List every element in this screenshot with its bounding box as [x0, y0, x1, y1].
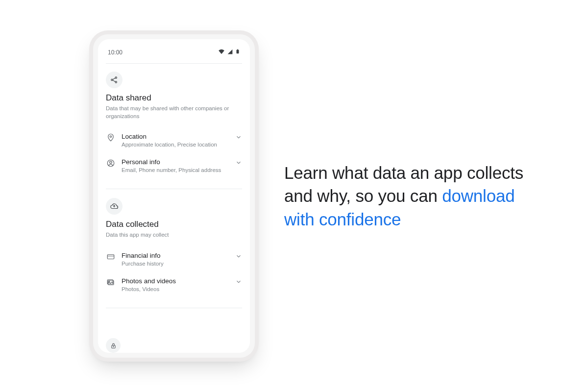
- divider: [106, 308, 242, 308]
- svg-rect-10: [107, 254, 114, 259]
- section-title: Data collected: [106, 220, 242, 229]
- svg-point-14: [109, 281, 110, 282]
- marketing-headline: Learn what data an app collects and why,…: [284, 161, 549, 231]
- svg-line-6: [113, 80, 115, 82]
- status-bar: 10:00: [106, 47, 242, 61]
- gallery-icon: [106, 277, 116, 287]
- row-title: Photos and videos: [122, 277, 229, 285]
- section-subtitle: Data that may be shared with other compa…: [106, 105, 242, 120]
- svg-point-16: [113, 346, 113, 346]
- row-subtitle: Purchase history: [122, 261, 229, 267]
- person-icon: [106, 158, 116, 168]
- svg-point-2: [111, 79, 113, 80]
- share-icon: [106, 72, 122, 88]
- row-title: Location: [122, 133, 229, 140]
- svg-point-4: [115, 81, 117, 83]
- row-title: Financial info: [122, 252, 229, 259]
- divider: [106, 189, 242, 189]
- phone-screen: 10:00 Data: [98, 39, 250, 353]
- svg-rect-0: [237, 50, 239, 54]
- svg-line-5: [113, 78, 115, 79]
- data-row-photos-videos[interactable]: Photos and videos Photos, Videos: [106, 273, 242, 299]
- svg-point-7: [110, 136, 111, 137]
- svg-rect-1: [237, 49, 239, 49]
- chevron-down-icon: [235, 158, 242, 168]
- battery-icon: [235, 48, 240, 56]
- chevron-down-icon: [235, 252, 242, 262]
- status-icons: [218, 48, 240, 56]
- credit-card-icon: [106, 252, 116, 261]
- row-subtitle: Email, Phone number, Physical address: [122, 167, 229, 173]
- row-subtitle: Approximate location, Precise location: [122, 142, 229, 147]
- data-row-personal-info[interactable]: Personal info Email, Phone number, Physi…: [106, 154, 242, 180]
- section-data-shared: Data shared Data that may be shared with…: [106, 72, 242, 180]
- row-title: Personal info: [122, 158, 229, 166]
- location-pin-icon: [106, 133, 116, 142]
- divider: [106, 63, 242, 64]
- cellular-icon: [227, 49, 233, 56]
- phone-device-frame: 10:00 Data: [93, 34, 255, 358]
- chevron-down-icon: [235, 133, 242, 143]
- status-time: 10:00: [108, 49, 122, 56]
- row-subtitle: Photos, Videos: [122, 286, 229, 292]
- data-row-financial-info[interactable]: Financial info Purchase history: [106, 248, 242, 273]
- svg-point-3: [115, 77, 117, 78]
- section-subtitle: Data this app may collect: [106, 231, 242, 239]
- chevron-down-icon: [235, 277, 242, 287]
- cloud-upload-icon: [106, 198, 122, 215]
- section-title: Data shared: [106, 93, 242, 103]
- svg-point-9: [110, 161, 112, 164]
- lock-icon: [106, 338, 121, 353]
- wifi-icon: [218, 48, 225, 56]
- data-row-location[interactable]: Location Approximate location, Precise l…: [106, 129, 242, 154]
- section-data-collected: Data collected Data this app may collect…: [106, 198, 242, 299]
